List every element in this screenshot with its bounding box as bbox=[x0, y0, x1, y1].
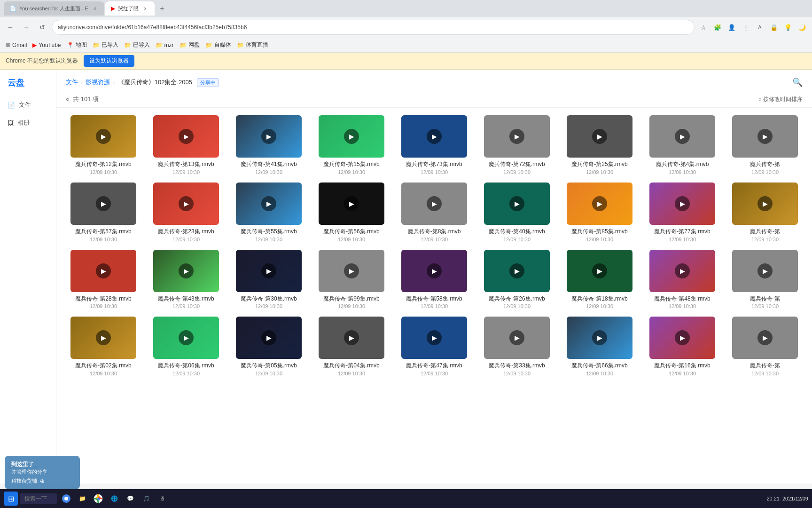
address-bar[interactable]: aliyundrive.com/drive/folder/61b16a47e88… bbox=[52, 20, 695, 35]
bookmark-import1[interactable]: 📁 已导入 bbox=[93, 41, 118, 49]
play-button[interactable]: ▶ bbox=[261, 196, 276, 211]
play-button[interactable]: ▶ bbox=[675, 263, 690, 278]
file-item[interactable]: ▶魔兵传奇-第28集.rmvb12/09 10:30 bbox=[66, 250, 141, 310]
play-button[interactable]: ▶ bbox=[675, 129, 690, 144]
bookmark-import2[interactable]: 📁 已导入 bbox=[124, 41, 150, 49]
file-item[interactable]: ▶魔兵传奇-第12/09 10:30 bbox=[727, 115, 803, 175]
play-button[interactable]: ▶ bbox=[344, 263, 359, 278]
file-item[interactable]: ▶魔兵传奇-第33集.rmvb12/09 10:30 bbox=[479, 317, 554, 376]
play-button[interactable]: ▶ bbox=[344, 129, 359, 144]
file-item[interactable]: ▶魔兵传奇-第56集.rmvb12/09 10:30 bbox=[314, 183, 389, 242]
tab-close-2[interactable]: × bbox=[141, 5, 149, 12]
extra-icon-1[interactable]: A bbox=[754, 21, 766, 33]
file-item[interactable]: ▶魔兵传奇-第15集.rmvb12/09 10:30 bbox=[314, 115, 389, 175]
file-item[interactable]: ▶魔兵传奇-第55集.rmvb12/09 10:30 bbox=[231, 183, 306, 242]
play-button[interactable]: ▶ bbox=[509, 263, 524, 278]
play-button[interactable]: ▶ bbox=[592, 196, 607, 211]
tab-close-1[interactable]: × bbox=[91, 5, 99, 12]
file-item[interactable]: ▶魔兵传奇-第12/09 10:30 bbox=[727, 250, 803, 310]
file-item[interactable]: ▶魔兵传奇-第18集.rmvb12/09 10:30 bbox=[562, 250, 637, 310]
file-item[interactable]: ▶魔兵传奇-第13集.rmvb12/09 10:30 bbox=[148, 115, 224, 175]
search-icon[interactable]: 🔍 bbox=[792, 77, 803, 87]
play-button[interactable]: ▶ bbox=[427, 263, 442, 278]
file-item[interactable]: ▶魔兵传奇-第12集.rmvb12/09 10:30 bbox=[66, 115, 141, 175]
sidebar-item-files[interactable]: 📄 文件 bbox=[0, 96, 56, 114]
extra-icon-2[interactable]: 🔒 bbox=[768, 21, 780, 33]
file-item[interactable]: ▶魔兵传奇-第57集.rmvb12/09 10:30 bbox=[66, 183, 141, 242]
file-item[interactable]: ▶魔兵传奇-第25集.rmvb12/09 10:30 bbox=[562, 115, 637, 175]
file-item[interactable]: ▶魔兵传奇-第05集.rmvb12/09 10:30 bbox=[231, 317, 306, 376]
play-button[interactable]: ▶ bbox=[261, 263, 276, 278]
set-default-button[interactable]: 设为默认浏览器 bbox=[84, 55, 134, 67]
play-button[interactable]: ▶ bbox=[675, 196, 690, 211]
tab-inactive[interactable]: 📄 You searched for 人生里面 - E × bbox=[4, 1, 104, 16]
bookmark-media[interactable]: 📁 自媒体 bbox=[205, 41, 231, 49]
file-item[interactable]: ▶魔兵传奇-第77集.rmvb12/09 10:30 bbox=[645, 183, 720, 242]
play-button[interactable]: ▶ bbox=[757, 263, 773, 278]
file-item[interactable]: ▶魔兵传奇-第85集.rmvb12/09 10:30 bbox=[562, 183, 637, 242]
back-button[interactable]: ← bbox=[4, 21, 17, 34]
play-button[interactable]: ▶ bbox=[261, 129, 276, 144]
file-item[interactable]: ▶魔兵传奇-第12/09 10:30 bbox=[727, 183, 803, 242]
file-item[interactable]: ▶魔兵传奇-第72集.rmvb12/09 10:30 bbox=[479, 115, 554, 175]
file-item[interactable]: ▶魔兵传奇-第58集.rmvb12/09 10:30 bbox=[397, 250, 472, 310]
play-button[interactable]: ▶ bbox=[509, 196, 524, 211]
select-all-radio[interactable]: ○ bbox=[66, 96, 69, 103]
file-item[interactable]: ▶魔兵传奇-第8集.rmvb12/09 10:30 bbox=[397, 183, 472, 242]
menu-icon[interactable]: ⋮ bbox=[740, 21, 752, 33]
file-item[interactable]: ▶魔兵传奇-第30集.rmvb12/09 10:30 bbox=[231, 250, 306, 310]
bookmark-maps[interactable]: 📍 地图 bbox=[67, 41, 87, 49]
file-item[interactable]: ▶魔兵传奇-第12/09 10:30 bbox=[727, 317, 803, 376]
play-button[interactable]: ▶ bbox=[509, 330, 524, 345]
notif-more-icon[interactable]: ⊕ bbox=[40, 478, 45, 484]
bookmark-sports[interactable]: 📁 体育直播 bbox=[237, 41, 268, 49]
play-button[interactable]: ▶ bbox=[675, 330, 690, 345]
extra-icon-3[interactable]: 💡 bbox=[782, 21, 794, 33]
play-button[interactable]: ▶ bbox=[344, 196, 359, 211]
refresh-button[interactable]: ↺ bbox=[36, 21, 49, 34]
play-button[interactable]: ▶ bbox=[96, 129, 111, 144]
play-button[interactable]: ▶ bbox=[757, 196, 773, 211]
file-item[interactable]: ▶魔兵传奇-第40集.rmvb12/09 10:30 bbox=[479, 183, 554, 242]
play-button[interactable]: ▶ bbox=[96, 263, 111, 278]
extension-icon[interactable]: 🧩 bbox=[711, 21, 724, 33]
play-button[interactable]: ▶ bbox=[757, 330, 773, 345]
bookmark-youtube[interactable]: ▶ YouTube bbox=[32, 42, 61, 48]
file-item[interactable]: ▶魔兵传奇-第16集.rmvb12/09 10:30 bbox=[645, 317, 720, 376]
play-button[interactable]: ▶ bbox=[179, 263, 194, 278]
play-button[interactable]: ▶ bbox=[179, 129, 194, 144]
play-button[interactable]: ▶ bbox=[427, 129, 442, 144]
file-item[interactable]: ▶魔兵传奇-第41集.rmvb12/09 10:30 bbox=[231, 115, 306, 175]
play-button[interactable]: ▶ bbox=[96, 196, 111, 211]
play-button[interactable]: ▶ bbox=[261, 330, 276, 345]
play-button[interactable]: ▶ bbox=[592, 263, 607, 278]
new-tab-button[interactable]: + bbox=[156, 2, 169, 15]
play-button[interactable]: ▶ bbox=[344, 330, 359, 345]
file-item[interactable]: ▶魔兵传奇-第99集.rmvb12/09 10:30 bbox=[314, 250, 389, 310]
file-item[interactable]: ▶魔兵传奇-第43集.rmvb12/09 10:30 bbox=[148, 250, 224, 310]
play-button[interactable]: ▶ bbox=[592, 129, 607, 144]
breadcrumb-files[interactable]: 文件 bbox=[66, 78, 78, 87]
file-item[interactable]: ▶魔兵传奇-第73集.rmvb12/09 10:30 bbox=[397, 115, 472, 175]
sort-button[interactable]: ↕ 按修改时间排序 bbox=[758, 95, 803, 103]
file-item[interactable]: ▶魔兵传奇-第66集.rmvb12/09 10:30 bbox=[562, 317, 637, 376]
bookmark-mzr[interactable]: 📁 mzr bbox=[156, 42, 174, 48]
play-button[interactable]: ▶ bbox=[509, 129, 524, 144]
file-item[interactable]: ▶魔兵传奇-第48集.rmvb12/09 10:30 bbox=[645, 250, 720, 310]
sidebar-item-photos[interactable]: 🖼 相册 bbox=[0, 114, 56, 132]
play-button[interactable]: ▶ bbox=[96, 330, 111, 345]
file-item[interactable]: ▶魔兵传奇-第26集.rmvb12/09 10:30 bbox=[479, 250, 554, 310]
play-button[interactable]: ▶ bbox=[179, 196, 194, 211]
file-item[interactable]: ▶魔兵传奇-第06集.rmvb12/09 10:30 bbox=[148, 317, 224, 376]
extra-icon-4[interactable]: 🌙 bbox=[796, 21, 808, 33]
play-button[interactable]: ▶ bbox=[427, 196, 442, 211]
file-item[interactable]: ▶魔兵传奇-第02集.rmvb12/09 10:30 bbox=[66, 317, 141, 376]
bookmark-star-icon[interactable]: ☆ bbox=[697, 21, 710, 33]
play-button[interactable]: ▶ bbox=[592, 330, 607, 345]
file-item[interactable]: ▶魔兵传奇-第23集.rmvb12/09 10:30 bbox=[148, 183, 224, 242]
profile-icon[interactable]: 👤 bbox=[726, 21, 738, 33]
forward-button[interactable]: → bbox=[20, 21, 33, 34]
play-button[interactable]: ▶ bbox=[757, 129, 773, 144]
file-item[interactable]: ▶魔兵传奇-第4集.rmvb12/09 10:30 bbox=[645, 115, 720, 175]
breadcrumb-media[interactable]: 影视资源 bbox=[86, 78, 110, 87]
